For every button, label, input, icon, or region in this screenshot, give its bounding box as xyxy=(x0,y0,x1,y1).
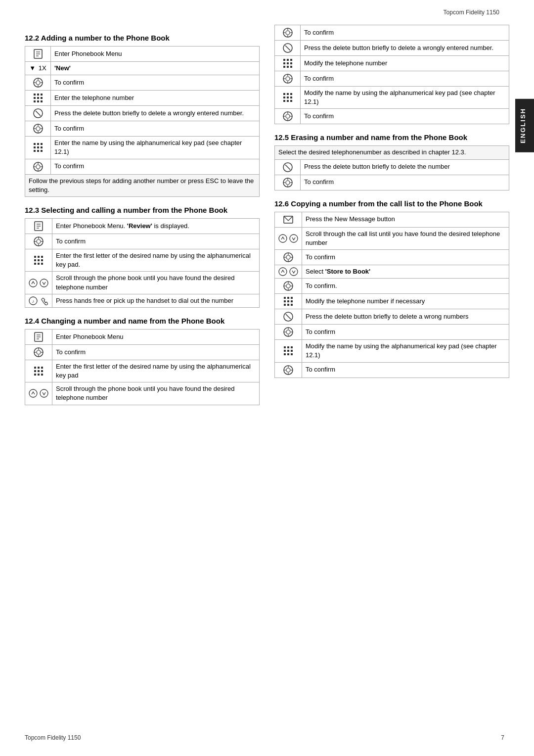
icon-cell xyxy=(25,159,51,174)
svg-point-5 xyxy=(36,81,40,85)
icon-cell xyxy=(275,294,302,309)
cell-text: Enter the first letter of the desired na… xyxy=(52,249,260,271)
note-cell: Follow the previous steps for adding ano… xyxy=(25,174,260,196)
svg-point-178 xyxy=(286,368,290,372)
svg-rect-27 xyxy=(34,143,36,145)
svg-rect-153 xyxy=(291,297,293,299)
table-row: Enter the first letter of the desired na… xyxy=(25,360,260,382)
down-arrow-icon xyxy=(40,279,48,287)
svg-rect-57 xyxy=(41,259,43,261)
svg-point-47 xyxy=(37,239,41,243)
cell-text: To confirm xyxy=(51,75,260,91)
note-row: Follow the previous steps for adding ano… xyxy=(25,174,260,196)
table-row: To confirm xyxy=(275,325,509,340)
svg-rect-94 xyxy=(283,59,285,61)
cell-text: To confirm. xyxy=(302,279,509,294)
keypad-icon-2 xyxy=(33,142,44,153)
icon-cell xyxy=(25,91,51,106)
table-row: Enter the first letter of the desired na… xyxy=(25,249,260,271)
icon-cell xyxy=(25,234,52,249)
icon-cell xyxy=(275,249,302,265)
table-row: Press the delete button briefly to delet… xyxy=(275,159,509,175)
table-row: Scroll through the call list until you h… xyxy=(275,227,509,249)
icon-cell xyxy=(275,279,302,294)
cell-text: Select 'Store to Book' xyxy=(302,265,509,278)
svg-rect-31 xyxy=(37,146,39,148)
svg-point-135 xyxy=(279,235,287,242)
table-row: Enter the name by using the alphanumeric… xyxy=(25,137,260,159)
svg-rect-112 xyxy=(283,96,285,98)
cell-text: Press the delete button briefly to delet… xyxy=(301,41,509,56)
icon-cell xyxy=(25,75,51,91)
cell-text: To confirm xyxy=(301,109,509,124)
svg-rect-114 xyxy=(290,96,292,98)
table-row: Enter Phonebook Menu xyxy=(25,47,260,62)
icon-cell xyxy=(275,25,301,41)
svg-point-143 xyxy=(279,268,287,276)
cell-text: Modify the telephone number if necessary xyxy=(302,294,509,309)
svg-rect-158 xyxy=(287,304,289,306)
two-column-layout: 12.2 Adding a number to the Phone Book E… xyxy=(25,25,509,409)
up-arrow-icon-2 xyxy=(29,389,38,398)
svg-rect-110 xyxy=(287,93,289,95)
svg-rect-52 xyxy=(34,256,36,258)
svg-rect-176 xyxy=(291,353,293,355)
svg-rect-98 xyxy=(287,62,289,64)
svg-line-133 xyxy=(284,216,288,221)
icon-cell xyxy=(275,265,302,278)
table-row: Enter Phonebook Menu. 'Review' is displa… xyxy=(25,218,260,234)
table-row: Enter the telephone number xyxy=(25,91,260,106)
svg-point-70 xyxy=(37,350,41,354)
svg-point-22 xyxy=(36,127,40,131)
svg-rect-14 xyxy=(37,97,39,99)
section-12-6-title: 12.6 Copying a number from the call list… xyxy=(274,199,509,208)
down-arrow-icon-6b xyxy=(289,267,298,276)
icon-cell xyxy=(275,87,301,109)
cell-text: Modify the telephone number xyxy=(301,56,509,71)
confirm-icon-6-8 xyxy=(283,327,294,337)
cell-text: Modify the name by using the alphanumeri… xyxy=(301,87,509,109)
svg-rect-32 xyxy=(41,146,43,148)
section-12-3-title: 12.3 Selecting and calling a number from… xyxy=(25,206,260,214)
icon-cell xyxy=(25,329,52,344)
svg-rect-117 xyxy=(290,100,292,102)
table-row: Press the delete button briefly to delet… xyxy=(275,41,509,56)
table-12-6: Press the New Message button xyxy=(274,212,509,378)
svg-rect-56 xyxy=(38,259,40,261)
confirm-icon-r1 xyxy=(282,27,293,38)
svg-rect-34 xyxy=(37,150,39,152)
svg-rect-168 xyxy=(284,346,286,348)
table-row: Modify the name by using the alphanumeri… xyxy=(275,87,509,109)
confirm-icon-5-2 xyxy=(282,177,293,188)
icon-cell xyxy=(275,175,301,190)
table-row: ♪ Press hands free or pick up the handse… xyxy=(25,294,260,307)
svg-point-61 xyxy=(29,279,37,287)
delete-icon xyxy=(33,108,44,119)
icon-cell xyxy=(25,106,51,121)
table-row: To confirm. xyxy=(275,279,509,294)
table-12-2-right: To confirm Press the delete button brief… xyxy=(274,25,509,124)
svg-rect-16 xyxy=(34,100,36,102)
svg-rect-29 xyxy=(41,143,43,145)
table-row: To confirm xyxy=(25,234,260,249)
icon-cell xyxy=(275,340,302,362)
icon-cell xyxy=(275,325,302,340)
confirm-icon-4 xyxy=(33,236,44,247)
svg-rect-96 xyxy=(290,59,292,61)
phonebook-icon xyxy=(33,48,44,59)
svg-rect-95 xyxy=(287,59,289,61)
svg-rect-54 xyxy=(41,256,43,258)
cell-text: Press the delete button briefly to delet… xyxy=(302,309,509,325)
msg-icon xyxy=(283,214,294,225)
svg-rect-76 xyxy=(38,367,40,369)
cell-text: Press hands free or pick up the handset … xyxy=(52,294,260,307)
confirm-icon-6-10 xyxy=(283,365,294,376)
cell-text: Enter Phonebook Menu xyxy=(51,47,260,62)
svg-point-119 xyxy=(286,114,290,118)
confirm-icon-5 xyxy=(33,347,44,358)
svg-line-161 xyxy=(286,314,291,319)
keypad-icon-3 xyxy=(33,255,44,266)
svg-point-84 xyxy=(29,389,37,397)
keypad-icon-r3 xyxy=(282,58,293,69)
cell-text: To confirm xyxy=(302,325,509,340)
